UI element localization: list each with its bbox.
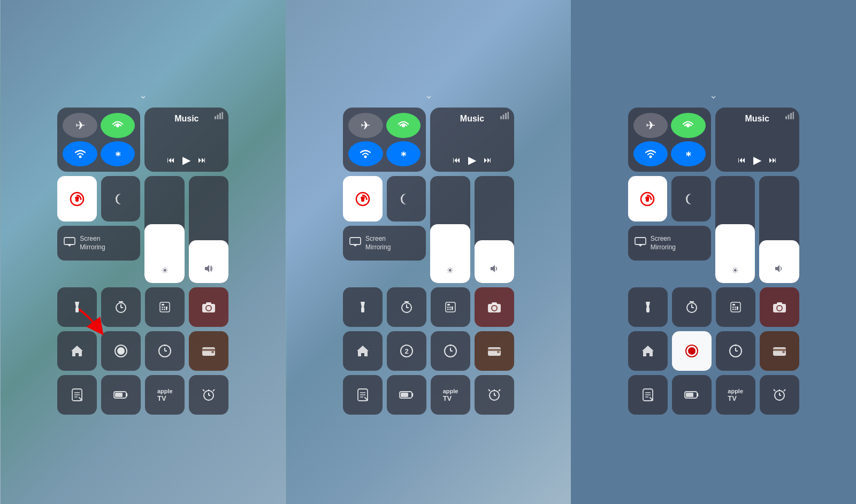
screen-record-button-1[interactable] bbox=[101, 331, 141, 371]
battery-button-1[interactable] bbox=[101, 375, 141, 415]
screen-mirror-button-2[interactable]: ScreenMirroring bbox=[343, 226, 426, 261]
play-button-1[interactable]: ▶ bbox=[182, 154, 190, 166]
home-button-2[interactable] bbox=[343, 331, 383, 371]
svg-point-104 bbox=[649, 155, 652, 158]
play-button-2[interactable]: ▶ bbox=[468, 154, 476, 166]
icon-grid-row2-3 bbox=[628, 331, 799, 371]
music-block-3: Music ⏮ ▶ ⏭ bbox=[715, 108, 799, 172]
bluetooth-button-3[interactable]: ∗ bbox=[671, 141, 706, 166]
volume-slider-2[interactable] bbox=[475, 176, 515, 283]
next-button-2[interactable]: ⏭ bbox=[484, 156, 492, 165]
right-sliders-3: ☀ bbox=[715, 176, 799, 283]
notes-button-1[interactable] bbox=[57, 375, 97, 415]
brightness-icon-1: ☀ bbox=[161, 265, 169, 276]
appletv-button-3[interactable]: appleTV bbox=[716, 375, 755, 415]
bluetooth-button-2[interactable]: ∗ bbox=[386, 141, 421, 166]
svg-rect-55 bbox=[503, 114, 505, 119]
alarm-button-2[interactable] bbox=[475, 375, 514, 415]
rotation-lock-button-1[interactable] bbox=[57, 176, 97, 222]
wallet-button-2[interactable] bbox=[475, 331, 514, 371]
clock-button-1[interactable] bbox=[145, 331, 185, 371]
screen-mirror-button-3[interactable]: ScreenMirroring bbox=[628, 226, 711, 261]
play-button-3[interactable]: ▶ bbox=[753, 154, 761, 166]
flashlight-button-3[interactable] bbox=[628, 287, 668, 327]
icon-grid-row3-3: appleTV bbox=[628, 375, 799, 415]
calculator-button-2[interactable] bbox=[431, 287, 470, 327]
svg-point-87 bbox=[450, 345, 451, 346]
svg-point-36 bbox=[164, 345, 165, 346]
brightness-slider-2[interactable]: ☀ bbox=[430, 176, 470, 283]
flashlight-button-1[interactable] bbox=[57, 287, 97, 327]
timer-button-1[interactable] bbox=[101, 287, 141, 327]
prev-button-2[interactable]: ⏮ bbox=[453, 156, 461, 165]
bluetooth-button-1[interactable]: ∗ bbox=[101, 141, 135, 166]
chevron-3[interactable]: ⌄ bbox=[628, 89, 799, 101]
airplane-mode-button-2[interactable]: ✈ bbox=[348, 113, 383, 138]
svg-rect-126 bbox=[732, 309, 734, 310]
svg-rect-80 bbox=[492, 302, 497, 304]
notes-button-3[interactable] bbox=[628, 375, 668, 415]
brightness-slider-1[interactable]: ☀ bbox=[144, 176, 185, 283]
prev-button-1[interactable]: ⏮ bbox=[167, 156, 175, 165]
svg-marker-10 bbox=[67, 245, 72, 247]
music-block-2: Music ⏮ ▶ ⏭ bbox=[430, 108, 514, 172]
screen-mirror-icon-3 bbox=[635, 237, 646, 249]
wifi-button-1[interactable] bbox=[63, 141, 97, 166]
home-button-1[interactable] bbox=[57, 331, 97, 371]
cellular-button-3[interactable] bbox=[671, 113, 706, 138]
screen-record-active-button-3[interactable] bbox=[672, 331, 712, 371]
battery-button-2[interactable] bbox=[387, 375, 426, 415]
camera-button-1[interactable] bbox=[189, 287, 228, 327]
wifi-button-2[interactable] bbox=[348, 141, 383, 166]
chevron-2[interactable]: ⌄ bbox=[343, 89, 514, 101]
camera-button-3[interactable] bbox=[760, 287, 799, 327]
night-mode-button-2[interactable] bbox=[387, 176, 426, 222]
prev-button-3[interactable]: ⏮ bbox=[738, 156, 746, 165]
screen-mirror-button-1[interactable]: ScreenMirroring bbox=[57, 226, 140, 261]
night-mode-button-1[interactable] bbox=[101, 176, 141, 222]
wifi-button-3[interactable] bbox=[633, 141, 668, 166]
timer-button-3[interactable] bbox=[672, 287, 712, 327]
brightness-slider-3[interactable]: ☀ bbox=[715, 176, 755, 283]
rotation-lock-button-3[interactable] bbox=[628, 176, 668, 222]
svg-rect-147 bbox=[686, 393, 693, 397]
svg-rect-131 bbox=[777, 302, 782, 304]
cellular-button-1[interactable] bbox=[101, 113, 135, 138]
home-button-3[interactable] bbox=[628, 331, 668, 371]
timer-button-2[interactable] bbox=[387, 287, 426, 327]
calculator-button-3[interactable] bbox=[716, 287, 755, 327]
camera-button-2[interactable] bbox=[475, 287, 514, 327]
svg-rect-28 bbox=[206, 302, 211, 304]
airplane-mode-button-1[interactable]: ✈ bbox=[63, 113, 97, 138]
flashlight-button-2[interactable] bbox=[343, 287, 383, 327]
airplane-mode-button-3[interactable]: ✈ bbox=[633, 113, 668, 138]
rotation-lock-button-2[interactable] bbox=[343, 176, 383, 222]
svg-rect-21 bbox=[164, 307, 165, 308]
volume-slider-3[interactable] bbox=[759, 176, 799, 283]
next-button-1[interactable]: ⏭ bbox=[198, 156, 206, 165]
appletv-button-1[interactable]: appleTV bbox=[145, 375, 185, 415]
chevron-1[interactable]: ⌄ bbox=[57, 89, 228, 101]
music-controls-3: ⏮ ▶ ⏭ bbox=[738, 154, 777, 166]
alarm-button-1[interactable] bbox=[189, 375, 228, 415]
screen-record-badge-button-2[interactable]: 2 bbox=[387, 331, 426, 371]
svg-rect-57 bbox=[508, 112, 509, 119]
wallet-button-1[interactable] bbox=[189, 331, 228, 371]
next-button-3[interactable]: ⏭ bbox=[769, 156, 777, 165]
svg-rect-124 bbox=[735, 307, 736, 308]
battery-button-3[interactable] bbox=[672, 375, 712, 415]
clock-button-2[interactable] bbox=[431, 331, 470, 371]
cellular-button-2[interactable] bbox=[386, 113, 421, 138]
icon-grid-row1-3 bbox=[628, 287, 799, 327]
night-mode-button-3[interactable] bbox=[671, 176, 711, 222]
svg-marker-29 bbox=[71, 346, 83, 356]
notes-button-2[interactable] bbox=[343, 375, 383, 415]
appletv-button-2[interactable]: appleTV bbox=[431, 375, 470, 415]
alarm-button-3[interactable] bbox=[760, 375, 799, 415]
calculator-button-1[interactable] bbox=[145, 287, 185, 327]
wallet-button-3[interactable] bbox=[760, 331, 799, 371]
volume-slider-1[interactable] bbox=[189, 176, 229, 283]
connectivity-block-1: ✈ ∗ bbox=[57, 108, 140, 172]
clock-button-3[interactable] bbox=[716, 331, 755, 371]
svg-marker-113 bbox=[638, 245, 643, 247]
